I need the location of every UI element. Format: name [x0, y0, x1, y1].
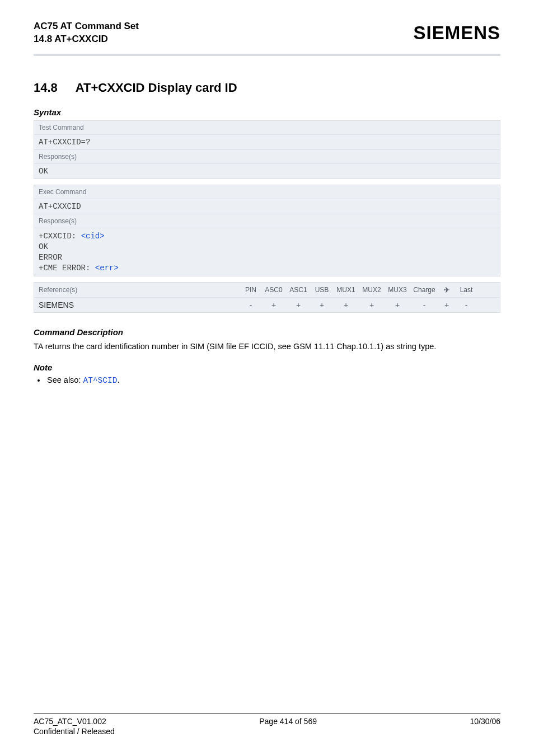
doc-title-line1: AC75 AT Command Set	[34, 20, 139, 33]
ref-h-asc1: ASC1	[286, 286, 311, 294]
note-suffix: .	[117, 375, 119, 384]
footer-page-number: Page 414 of 569	[259, 717, 317, 726]
exec-resp-line1: +CXXCID: <cid>	[39, 231, 495, 242]
ref-v-pin: -	[240, 300, 261, 309]
note-link-atscid[interactable]: AT^SCID	[83, 376, 118, 385]
brand-logo: SIEMENS	[413, 22, 500, 44]
footer-confidentiality: Confidential / Released	[34, 727, 115, 736]
section-number: 14.8	[34, 81, 58, 95]
section-title: AT+CXXCID Display card ID	[76, 81, 237, 95]
note-list: See also: AT^SCID.	[34, 375, 500, 385]
ref-v-mux3: +	[385, 300, 410, 309]
note-prefix: See also:	[47, 375, 83, 384]
reference-header-row: Reference(s) PIN ASC0 ASC1 USB MUX1 MUX2…	[34, 283, 500, 298]
ref-h-last: Last	[455, 286, 477, 294]
section-heading: 14.8 AT+CXXCID Display card ID	[34, 81, 500, 95]
test-command-block: Test Command AT+CXXCID=? Response(s) OK	[34, 120, 500, 179]
test-command-header: Test Command	[34, 121, 500, 135]
references-label: Reference(s)	[39, 286, 240, 294]
exec-command-block: Exec Command AT+CXXCID Response(s) +CXXC…	[34, 185, 500, 277]
footer-row-2: Confidential / Released	[34, 727, 500, 736]
ref-header-cells: PIN ASC0 ASC1 USB MUX1 MUX2 MUX3 Charge …	[240, 285, 495, 294]
doc-title-line2: 14.8 AT+CXXCID	[34, 33, 139, 46]
ref-h-usb: USB	[311, 286, 333, 294]
ref-v-last: -	[455, 300, 477, 309]
ref-v-air: +	[438, 300, 455, 309]
command-description-body: TA returns the card identification numbe…	[34, 341, 500, 353]
airplane-icon: ✈	[438, 285, 455, 294]
exec-command-cmd: AT+CXXCID	[34, 199, 500, 214]
header-rule	[34, 54, 500, 56]
ref-value-cells: - + + + + + + - + -	[240, 300, 495, 309]
ref-v-mux2: +	[359, 300, 385, 309]
ref-h-pin: PIN	[240, 286, 261, 294]
page-header: AC75 AT Command Set 14.8 AT+CXXCID SIEME…	[34, 20, 500, 46]
footer-rule	[34, 713, 500, 713]
ref-h-mux2: MUX2	[359, 286, 385, 294]
exec-resp-err-param[interactable]: <err>	[95, 264, 119, 273]
exec-responses-body: +CXXCID: <cid> OK ERROR +CME ERROR: <err…	[34, 228, 500, 276]
exec-responses-header: Response(s)	[34, 214, 500, 228]
test-command-cmd: AT+CXXCID=?	[34, 135, 500, 150]
ref-h-mux3: MUX3	[385, 286, 410, 294]
ref-source: SIEMENS	[39, 300, 240, 309]
note-heading: Note	[34, 363, 500, 372]
ref-v-charge: -	[410, 300, 438, 309]
exec-resp-line4: +CME ERROR: <err>	[39, 263, 495, 274]
footer-doc-id: AC75_ATC_V01.002	[34, 717, 106, 726]
test-responses-header: Response(s)	[34, 150, 500, 164]
exec-command-header: Exec Command	[34, 185, 500, 199]
exec-resp-cid-param[interactable]: <cid>	[81, 232, 105, 241]
page-footer: AC75_ATC_V01.002 Page 414 of 569 10/30/0…	[34, 713, 500, 736]
note-item: See also: AT^SCID.	[46, 375, 500, 385]
ref-v-asc1: +	[286, 300, 311, 309]
reference-table: Reference(s) PIN ASC0 ASC1 USB MUX1 MUX2…	[34, 282, 500, 313]
ref-h-asc0: ASC0	[261, 286, 286, 294]
ref-v-mux1: +	[333, 300, 359, 309]
doc-title-block: AC75 AT Command Set 14.8 AT+CXXCID	[34, 20, 139, 46]
ref-h-charge: Charge	[410, 286, 438, 294]
ref-h-mux1: MUX1	[333, 286, 359, 294]
test-response-ok: OK	[34, 164, 500, 179]
ref-v-asc0: +	[261, 300, 286, 309]
exec-resp-line2: OK	[39, 242, 495, 252]
command-description-heading: Command Description	[34, 327, 500, 337]
syntax-label: Syntax	[34, 107, 500, 117]
exec-resp-line1-prefix: +CXXCID:	[39, 232, 81, 241]
footer-date: 10/30/06	[470, 717, 500, 726]
reference-value-row: SIEMENS - + + + + + + - + -	[34, 298, 500, 312]
footer-row-1: AC75_ATC_V01.002 Page 414 of 569 10/30/0…	[34, 717, 500, 726]
exec-resp-line4-prefix: +CME ERROR:	[39, 264, 95, 273]
exec-resp-line3: ERROR	[39, 252, 495, 263]
ref-v-usb: +	[311, 300, 333, 309]
